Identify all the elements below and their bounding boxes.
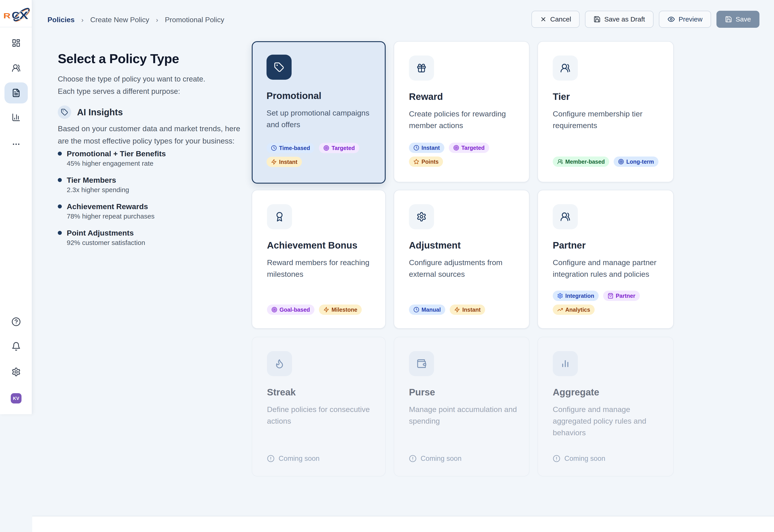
svg-text:C: C — [12, 10, 20, 21]
svg-text:X: X — [19, 9, 28, 21]
svg-text:R: R — [3, 11, 11, 20]
